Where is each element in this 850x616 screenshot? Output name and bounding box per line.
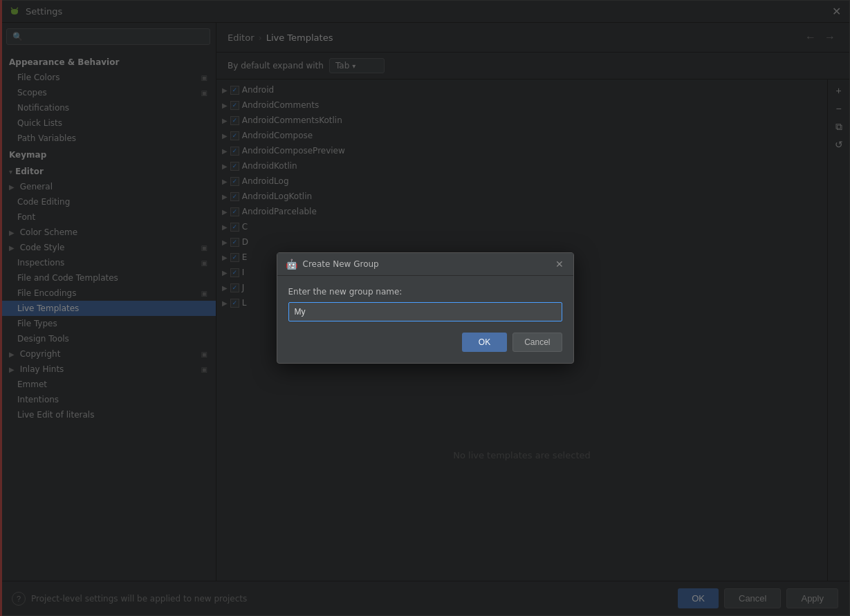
modal-buttons: OK Cancel (288, 333, 562, 352)
modal-body: Enter the new group name: OK Cancel (277, 276, 573, 363)
create-new-group-dialog: 🤖 Create New Group ✕ Enter the new group… (277, 252, 574, 364)
modal-title: Create New Group (303, 259, 548, 269)
modal-overlay: 🤖 Create New Group ✕ Enter the new group… (0, 0, 850, 616)
modal-title-bar: 🤖 Create New Group ✕ (277, 253, 573, 276)
modal-android-icon: 🤖 (286, 259, 297, 270)
modal-close-button[interactable]: ✕ (554, 259, 565, 270)
settings-window: Settings ✕ 🔍 Appearance & Behavior File … (0, 0, 850, 616)
modal-ok-button[interactable]: OK (462, 333, 507, 352)
new-group-name-input[interactable] (288, 302, 562, 321)
modal-cancel-button[interactable]: Cancel (512, 333, 562, 352)
modal-label: Enter the new group name: (288, 287, 562, 297)
